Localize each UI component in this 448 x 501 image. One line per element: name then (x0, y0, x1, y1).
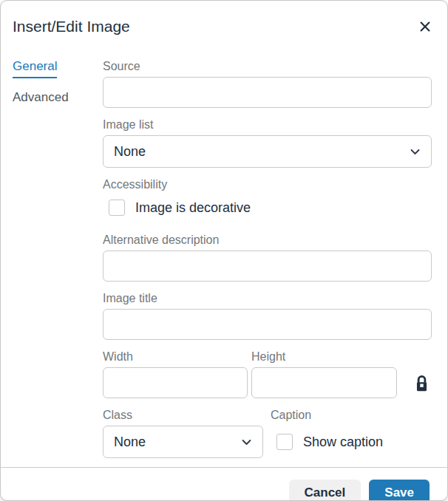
alt-description-label: Alternative description (103, 232, 432, 248)
close-icon (418, 19, 432, 34)
accessibility-field-group: Accessibility Image is decorative (103, 177, 432, 217)
decorative-checkbox[interactable] (109, 200, 125, 216)
chevron-down-icon (409, 146, 421, 158)
image-list-label: Image list (103, 117, 432, 132)
decorative-checkbox-row[interactable]: Image is decorative (103, 199, 432, 217)
image-list-select[interactable]: None (103, 135, 432, 168)
class-label: Class (103, 407, 263, 423)
constrain-proportions-button[interactable] (413, 374, 430, 393)
source-label: Source (103, 58, 432, 74)
dimensions-field-group: Width Height (103, 349, 432, 398)
lock-icon (414, 375, 430, 393)
decorative-checkbox-label: Image is decorative (135, 199, 251, 217)
accessibility-label: Accessibility (103, 177, 432, 192)
class-select[interactable]: None (103, 426, 263, 458)
show-caption-checkbox[interactable] (276, 434, 293, 450)
caption-field-group: Caption Show caption (271, 407, 432, 451)
class-selected-value: None (114, 434, 146, 450)
alt-description-input[interactable] (103, 250, 432, 282)
image-list-selected-value: None (114, 144, 146, 160)
general-tab-panel: Source Image list None Accessibility Ima… (103, 58, 432, 467)
alt-description-field-group: Alternative description (103, 232, 432, 282)
close-button[interactable] (414, 16, 436, 37)
tab-advanced[interactable]: Advanced (13, 90, 69, 104)
width-input[interactable] (103, 367, 248, 398)
class-field-group: Class None (103, 407, 263, 458)
height-field-group: Height (251, 349, 397, 398)
image-title-input[interactable] (103, 309, 432, 340)
show-caption-checkbox-label: Show caption (303, 433, 383, 451)
caption-label: Caption (271, 407, 432, 423)
image-list-field-group: Image list None (103, 117, 432, 168)
chevron-down-icon (240, 436, 253, 449)
dialog-body: General Advanced Source Image list None … (1, 47, 447, 467)
insert-edit-image-dialog: Insert/Edit Image General Advanced Sourc… (0, 0, 448, 501)
class-caption-field-group: Class None Caption Show caption (103, 407, 432, 458)
dialog-header: Insert/Edit Image (1, 1, 447, 47)
dialog-title: Insert/Edit Image (13, 16, 435, 37)
dialog-footer: Cancel Save (1, 467, 447, 501)
save-button[interactable]: Save (369, 480, 430, 501)
source-input[interactable] (103, 77, 432, 108)
image-title-field-group: Image title (103, 290, 432, 340)
height-label: Height (251, 349, 397, 364)
width-field-group: Width (103, 349, 248, 398)
cancel-button[interactable]: Cancel (289, 480, 362, 501)
tab-general[interactable]: General (13, 59, 57, 78)
tab-list: General Advanced (13, 58, 103, 467)
height-input[interactable] (251, 367, 397, 398)
image-title-label: Image title (103, 290, 432, 306)
source-field-group: Source (103, 58, 432, 108)
width-label: Width (103, 349, 248, 364)
show-caption-checkbox-row[interactable]: Show caption (271, 433, 432, 451)
